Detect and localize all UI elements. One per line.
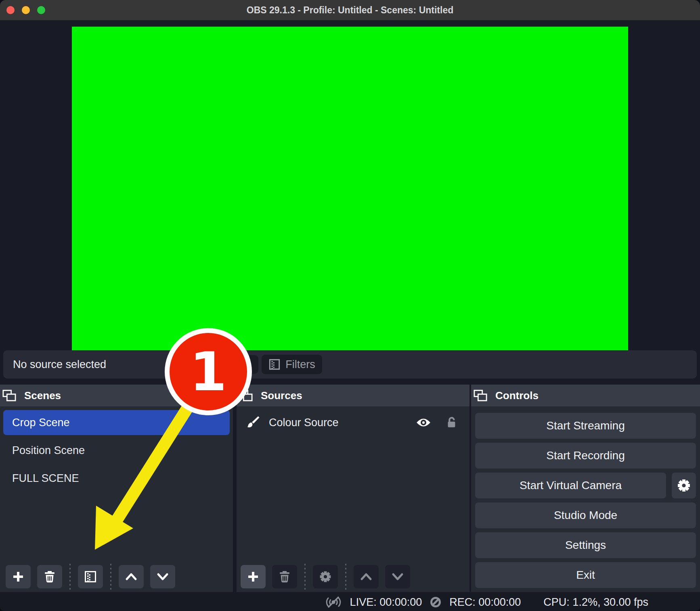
chevron-up-icon (360, 573, 373, 581)
trash-icon (43, 570, 56, 583)
exit-button[interactable]: Exit (475, 562, 696, 588)
plus-icon (247, 570, 260, 583)
stream-inactive-icon (325, 595, 342, 609)
toolbar-separator (69, 564, 71, 590)
chevron-down-icon (391, 573, 404, 581)
source-item-colour-source[interactable]: Colour Source (240, 410, 466, 435)
remove-scene-button[interactable] (37, 565, 62, 588)
scene-item-position-scene[interactable]: Position Scene (3, 438, 230, 463)
start-streaming-button[interactable]: Start Streaming (475, 413, 696, 439)
sources-panel-title: Sources (261, 389, 302, 402)
scene-item-full-scene[interactable]: FULL SCENE (3, 466, 230, 491)
controls-panel: Controls Start Streaming Start Recording… (471, 385, 700, 592)
filters-button-label: Filters (285, 358, 315, 371)
toolbar-separator (345, 564, 346, 590)
controls-panel-header: Controls (471, 385, 700, 406)
scenes-toolbar (0, 565, 233, 589)
scene-filters-button[interactable] (78, 565, 103, 588)
virtual-camera-config-button[interactable] (672, 473, 696, 498)
settings-button[interactable]: Settings (475, 532, 696, 558)
sources-panel: Sources Colour Source (237, 385, 469, 592)
overlapping-windows-icon (2, 389, 16, 402)
scenes-panel-title: Scenes (24, 389, 61, 402)
scenes-panel: Scenes Crop Scene Position Scene FULL SC… (0, 385, 233, 592)
controls-panel-title: Controls (495, 389, 539, 402)
status-bar: LIVE: 00:00:00 REC: 00:00:00 CPU: 1.2%, … (0, 593, 700, 611)
annotation-step-badge: 1 (165, 328, 252, 415)
annotation-step-number: 1 (190, 341, 227, 403)
scene-item-crop-scene[interactable]: Crop Scene (3, 410, 230, 435)
filters-button[interactable]: Filters (262, 355, 322, 374)
move-source-up-button[interactable] (354, 565, 379, 588)
visibility-eye-icon[interactable] (416, 417, 431, 428)
window-title: OBS 29.1.3 - Profile: Untitled - Scenes:… (0, 0, 700, 20)
start-virtual-camera-button[interactable]: Start Virtual Camera (475, 473, 666, 498)
live-time: LIVE: 00:00:00 (350, 596, 422, 609)
preview-canvas[interactable] (72, 27, 628, 352)
source-item-label: Colour Source (269, 416, 407, 429)
obs-window: OBS 29.1.3 - Profile: Untitled - Scenes:… (0, 0, 700, 611)
controls-buttons: Start Streaming Start Recording Start Vi… (471, 406, 700, 588)
lock-open-icon[interactable] (445, 416, 457, 429)
toolbar-separator (304, 564, 306, 590)
chevron-up-icon (125, 573, 138, 581)
rec-time: REC: 00:00:00 (449, 596, 521, 609)
record-inactive-icon (430, 596, 441, 608)
move-scene-down-button[interactable] (150, 565, 175, 588)
cpu-fps-stats: CPU: 1.2%, 30.00 fps (543, 596, 648, 609)
toolbar-separator (110, 564, 111, 590)
trash-icon (278, 570, 291, 583)
paintbrush-icon (246, 416, 260, 429)
sources-panel-header: Sources (237, 385, 469, 406)
move-source-down-button[interactable] (385, 565, 410, 588)
source-toolbar-panel: No source selected Filters (3, 350, 697, 379)
source-properties-button[interactable] (313, 565, 338, 588)
start-recording-button[interactable]: Start Recording (475, 443, 696, 469)
add-source-button[interactable] (241, 565, 266, 588)
gear-icon (319, 570, 332, 583)
titlebar[interactable]: OBS 29.1.3 - Profile: Untitled - Scenes:… (0, 0, 700, 20)
plus-icon (12, 570, 25, 583)
remove-source-button[interactable] (272, 565, 297, 588)
filter-icon (268, 358, 281, 370)
gear-icon (677, 478, 691, 493)
chevron-down-icon (156, 573, 169, 581)
move-scene-up-button[interactable] (119, 565, 144, 588)
add-scene-button[interactable] (6, 565, 31, 588)
overlapping-windows-icon (474, 389, 487, 402)
no-source-selected-label: No source selected (13, 350, 106, 379)
sources-toolbar (237, 565, 469, 589)
filter-icon (84, 570, 97, 583)
scenes-list: Crop Scene Position Scene FULL SCENE (0, 410, 233, 491)
studio-mode-button[interactable]: Studio Mode (475, 502, 696, 528)
